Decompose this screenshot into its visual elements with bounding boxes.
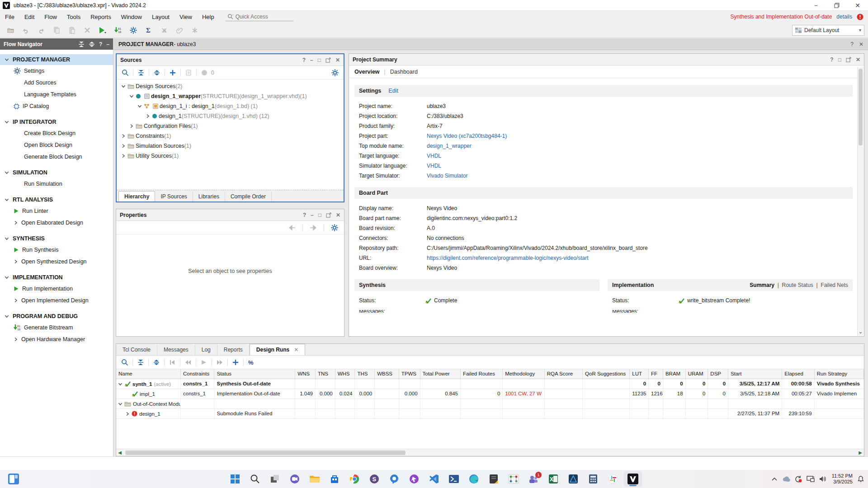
collapse-all-icon[interactable] [135, 67, 147, 78]
percent-icon[interactable]: % [245, 357, 257, 368]
nav-item-open-elaborated-design[interactable]: Open Elaborated Design [0, 217, 113, 229]
taskbar-notepad-icon[interactable] [485, 471, 503, 487]
copy-button[interactable] [50, 24, 63, 36]
nav-section-synthesis[interactable]: SYNTHESIS [0, 233, 113, 244]
attach-button[interactable] [173, 24, 186, 36]
nav-section-project-manager[interactable]: PROJECT MANAGER [0, 54, 113, 65]
nav-section-implementation[interactable]: IMPLEMENTATION [0, 272, 113, 283]
play-run-icon[interactable] [198, 357, 210, 368]
taskbar-store-icon[interactable] [326, 471, 344, 487]
nav-item-open-hardware-manager[interactable]: Open Hardware Manager [0, 333, 113, 345]
help-icon[interactable]: ? [850, 42, 854, 47]
float-icon[interactable] [326, 57, 331, 63]
paste-button[interactable] [65, 24, 79, 36]
column-header-tpws[interactable]: TPWS [399, 369, 420, 379]
cancel-run-button[interactable] [157, 24, 171, 36]
quick-access-input[interactable] [236, 14, 289, 20]
float-icon[interactable] [326, 212, 331, 218]
scrollbar-thumb[interactable] [125, 450, 406, 455]
nav-item-language-templates[interactable]: Language Templates [0, 89, 113, 100]
next-run-icon[interactable] [214, 357, 226, 368]
tree-item[interactable]: Constraints (1) [117, 131, 344, 141]
settings-gear-icon[interactable] [329, 222, 340, 233]
column-header-total-power[interactable]: Total Power [420, 369, 461, 379]
column-header-name[interactable]: Name [116, 369, 181, 379]
sources-tab-libraries[interactable]: Libraries [193, 192, 225, 202]
nav-item-open-block-design[interactable]: Open Block Design [0, 139, 113, 151]
close-icon[interactable]: ✕ [335, 57, 340, 63]
close-icon[interactable]: ✕ [336, 212, 340, 218]
scroll-down-icon[interactable]: ⌄ [858, 328, 863, 335]
maximize-button[interactable] [826, 0, 847, 10]
tab-dashboard[interactable]: Dashboard [390, 69, 418, 75]
column-header-start[interactable]: Start [728, 369, 782, 379]
tree-item[interactable]: design_1_wrapper(STRUCTURE) (design_1_wr… [117, 91, 344, 101]
taskbar-edge-icon[interactable] [465, 471, 483, 487]
maximize-icon[interactable]: □ [318, 212, 321, 218]
column-header-wbss[interactable]: WBSS [375, 369, 399, 379]
taskbar-file-explorer-icon[interactable] [306, 471, 324, 487]
column-header-elapsed[interactable]: Elapsed [782, 369, 815, 379]
collapse-all-icon[interactable] [135, 357, 146, 368]
table-row[interactable]: design_1Submodule Runs Failed2/27/25, 11… [116, 409, 864, 419]
implementation-tabs[interactable]: Summary | Route Status | Failed Nets [750, 282, 848, 288]
bottom-tab-design-runs[interactable]: Design Runs✕ [250, 344, 305, 355]
vertical-scrollbar[interactable]: ⌄ [857, 67, 863, 336]
menu-layout[interactable]: Layout [147, 12, 175, 22]
field-value-link[interactable]: VHDL [427, 153, 441, 159]
menu-reports[interactable]: Reports [85, 12, 116, 22]
column-header-wns[interactable]: WNS [295, 369, 316, 379]
run-play-button[interactable] [96, 24, 109, 36]
menu-view[interactable]: View [175, 12, 197, 22]
column-header-ff[interactable]: FF [649, 369, 663, 379]
close-tab-icon[interactable]: ✕ [294, 347, 298, 353]
help-icon[interactable]: ? [830, 57, 833, 62]
column-header-ths[interactable]: THS [355, 369, 375, 379]
previous-run-icon[interactable] [182, 357, 194, 368]
nav-item-run-synthesis[interactable]: Run Synthesis [0, 244, 113, 256]
taskbar-clipchamp-icon[interactable] [405, 471, 423, 487]
tree-item[interactable]: Simulation Sources (1) [117, 141, 344, 151]
redo-button[interactable] [34, 24, 48, 36]
minimize-icon[interactable]: – [310, 57, 313, 63]
messages-filter-icon[interactable] [198, 67, 210, 78]
back-arrow-icon[interactable] [286, 222, 298, 233]
tray-sync-alert-icon[interactable] [795, 475, 802, 483]
nav-item-ip-catalog[interactable]: IP Catalog [0, 100, 113, 112]
tree-item[interactable]: design_1_i : design_1 (design_1.bd) (1) [117, 101, 344, 111]
taskbar-chrome-icon[interactable] [345, 471, 363, 487]
search-icon[interactable] [119, 67, 131, 78]
alert-icon[interactable] [857, 14, 863, 20]
minimize-button[interactable]: – [806, 0, 826, 10]
column-header-status[interactable]: Status [214, 369, 295, 379]
menu-edit[interactable]: Edit [19, 12, 39, 22]
taskbar-start-icon[interactable] [226, 471, 244, 487]
nav-section-simulation[interactable]: SIMULATION [0, 167, 113, 178]
table-row[interactable]: Out-of-Context Module Runs [116, 399, 864, 409]
scrollbar-thumb[interactable] [859, 69, 863, 145]
nav-item-run-implementation[interactable]: Run Implementation [0, 283, 113, 295]
taskbar-widgets-icon[interactable] [5, 471, 23, 487]
layout-selector[interactable]: Default Layout ▾ [792, 25, 864, 36]
first-run-icon[interactable] [166, 357, 178, 368]
create-run-icon[interactable] [230, 357, 241, 368]
table-row[interactable]: impl_1constrs_1Implementation Out-of-dat… [116, 389, 864, 399]
menu-help[interactable]: Help [197, 12, 219, 22]
maximize-icon[interactable]: □ [318, 57, 321, 63]
settings-edit-link[interactable]: Edit [388, 88, 398, 94]
column-header-uram[interactable]: URAM [686, 369, 708, 379]
sources-tab-hierarchy[interactable]: Hierarchy [118, 191, 155, 202]
tab-summary[interactable]: Summary [750, 282, 774, 288]
quick-access-search[interactable] [226, 13, 293, 21]
taskbar-s-app-icon[interactable]: S [365, 471, 383, 487]
field-value-link[interactable]: https://digilent.com/reference/programma… [427, 255, 589, 261]
column-header-tns[interactable]: TNS [316, 369, 335, 379]
expand-all-icon[interactable] [151, 357, 162, 368]
column-header-failed-routes[interactable]: Failed Routes [461, 369, 503, 379]
nav-item-run-simulation[interactable]: Run Simulation [0, 178, 113, 190]
taskbar-vscode-icon[interactable] [425, 471, 443, 487]
sigma-button[interactable]: Σ [142, 24, 156, 36]
bottom-tab-tcl-console[interactable]: Tcl Console [116, 344, 157, 355]
field-value-link[interactable]: Vivado Simulator [427, 173, 468, 179]
taskbar-powershell-icon[interactable] [445, 471, 463, 487]
